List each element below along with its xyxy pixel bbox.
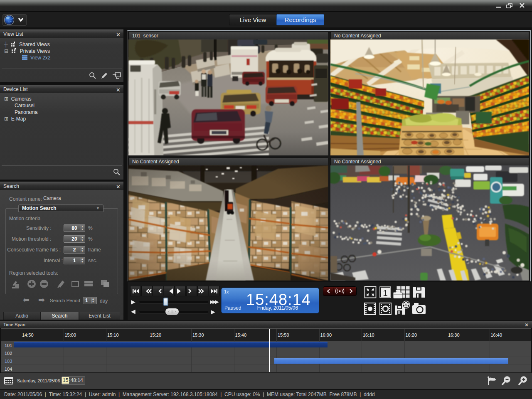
svg-text:1: 1 — [383, 288, 388, 298]
